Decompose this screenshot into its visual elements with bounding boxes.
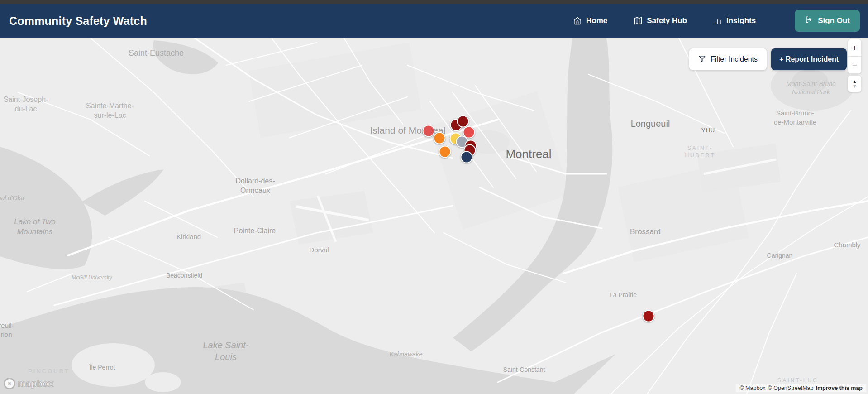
zoom-out-button[interactable]: − <box>848 57 861 73</box>
nav-label: Home <box>586 16 607 25</box>
main-nav: Home Safety Hub Insights Sign Out <box>573 10 860 32</box>
incident-marker[interactable] <box>643 310 655 322</box>
app-header: Community Safety Watch Home Safety Hub I… <box>0 4 868 38</box>
zoom-in-button[interactable]: + <box>848 39 861 56</box>
bar-chart-icon <box>713 16 722 25</box>
nav-item-home[interactable]: Home <box>573 16 607 25</box>
map-action-buttons: Filter Incidents + Report Incident <box>689 48 847 70</box>
incident-marker[interactable] <box>434 132 446 144</box>
log-out-icon <box>805 15 813 26</box>
sign-out-button[interactable]: Sign Out <box>795 10 860 32</box>
home-icon <box>573 16 582 25</box>
mapbox-logo[interactable]: ✦ mapbox <box>4 378 54 389</box>
sign-out-label: Sign Out <box>818 16 850 25</box>
osm-attribution-link[interactable]: © OpenStreetMap <box>768 385 814 391</box>
pitch-down-icon: ▼ <box>852 84 857 88</box>
report-incident-button[interactable]: + Report Incident <box>771 48 847 70</box>
map-attribution: © Mapbox © OpenStreetMap Improve this ma… <box>736 384 866 392</box>
funnel-icon <box>698 55 706 64</box>
mapbox-attribution-link[interactable]: © Mapbox <box>739 385 765 391</box>
filter-incidents-label: Filter Incidents <box>711 55 758 63</box>
mapbox-icon: ✦ <box>4 378 15 389</box>
map-pitch-control[interactable]: ▲ ▼ <box>848 75 862 92</box>
map-icon <box>634 16 643 25</box>
nav-item-safety-hub[interactable]: Safety Hub <box>634 16 687 25</box>
incident-marker[interactable] <box>457 115 469 128</box>
improve-map-link[interactable]: Improve this map <box>816 385 863 391</box>
app-title: Community Safety Watch <box>9 14 147 28</box>
map-zoom-control: + − <box>848 39 862 74</box>
filter-incidents-button[interactable]: Filter Incidents <box>689 48 767 70</box>
nav-item-insights[interactable]: Insights <box>713 16 756 25</box>
mapbox-wordmark: mapbox <box>18 379 54 389</box>
nav-label: Insights <box>726 16 756 25</box>
map-canvas[interactable]: Saint-EustacheSaint-Joseph- du-LacSainte… <box>0 38 868 394</box>
incident-marker[interactable] <box>439 146 451 158</box>
nav-label: Safety Hub <box>647 16 687 25</box>
incident-marker-layer <box>0 38 868 394</box>
incident-marker[interactable] <box>423 125 435 137</box>
window-top-strip <box>0 0 868 4</box>
incident-marker[interactable] <box>461 151 473 163</box>
